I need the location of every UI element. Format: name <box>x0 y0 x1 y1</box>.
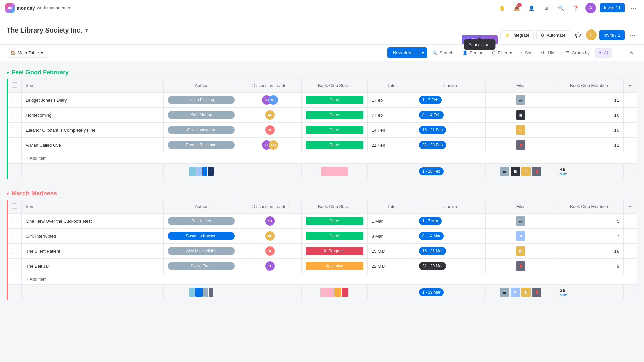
summary-timeline-col-feb: 1 - 28 Feb <box>415 164 485 179</box>
hide-button[interactable]: 👁 Hide <box>538 48 560 58</box>
row-members-cell: 12 <box>556 93 623 108</box>
col-header-add-col-feb[interactable]: + <box>624 79 637 93</box>
notifications-icon[interactable]: 🔔 <box>497 3 507 13</box>
col-header-files-mar: Files <box>486 200 556 214</box>
add-item-label-mar[interactable]: + Add item <box>22 274 637 285</box>
row-1-checkbox-mar[interactable] <box>12 218 17 223</box>
select-all-checkbox-mar[interactable] <box>12 203 17 209</box>
feel-good-february-table: Item Author Discussion Leader Book Club … <box>7 79 637 179</box>
invite-button[interactable]: Invite / 1 <box>600 3 625 12</box>
row-3-checkbox-mar[interactable] <box>12 248 17 253</box>
inbox-icon[interactable]: 📥 6 <box>512 3 522 13</box>
row-discussion-leader-cell: AB <box>239 229 301 244</box>
row-2-checkbox-mar[interactable] <box>12 233 17 238</box>
invite-people-icon[interactable]: 👤 <box>526 3 537 13</box>
row-author-cell: Sylvia Plath <box>163 259 239 274</box>
row-item-name: Bridget Jones's Diary ⊕ <box>22 93 164 108</box>
select-all-checkbox-feb[interactable] <box>12 82 17 88</box>
summary-date-col-feb <box>367 164 415 179</box>
summary-item-col-feb <box>22 164 164 179</box>
row-files-cell: 📕 <box>486 138 556 153</box>
help-icon[interactable]: ❓ <box>571 3 581 13</box>
group-by-button[interactable]: ☰ Group by <box>562 48 593 58</box>
apps-icon[interactable]: ⊞ <box>541 3 552 13</box>
row-date-cell: 22 Mar <box>367 259 415 274</box>
sum-file-3-feb: 🏷 <box>521 167 531 176</box>
row-extra-col <box>624 259 637 274</box>
sum-file-1-feb: 📷 <box>500 167 509 176</box>
row-discussion-leader-cell: SJ MK <box>239 93 301 108</box>
summary-row-mar: 1 - 29 Mar 📷 📃 📝 📕 39 <box>8 285 637 300</box>
invite-board-button[interactable]: Invite / 1 <box>599 30 625 40</box>
row-discussion-leader-cell: RC <box>239 123 301 138</box>
group-by-label: Group by <box>572 50 589 55</box>
sort-button[interactable]: ↕ Sort <box>517 48 536 58</box>
sum-file-4-feb: 📕 <box>532 167 541 176</box>
summary-members-value-feb: 49 <box>560 167 619 172</box>
search-icon: 🔍 <box>432 50 438 55</box>
board-owner-avatar[interactable]: L <box>586 29 597 40</box>
more-toolbar-button[interactable]: ⋯ <box>613 48 625 58</box>
add-item-row-mar[interactable]: + Add item <box>8 274 637 285</box>
row-1-status-mar: Done <box>306 217 363 225</box>
automate-button[interactable]: ⚙ Automate <box>536 30 570 40</box>
row-4-checkbox-feb[interactable] <box>12 142 17 147</box>
new-item-dropdown-icon[interactable]: ▾ <box>418 47 427 58</box>
row-4-checkbox-mar[interactable] <box>12 263 17 268</box>
table-selector[interactable]: 🏠 Main Table ▾ <box>7 48 47 58</box>
group-feel-good-february-header[interactable]: ▾ Feel Good February <box>7 66 637 79</box>
row-members-cell: 16 <box>556 108 623 123</box>
summary-status-col-mar <box>301 285 367 300</box>
group-march-madness-header[interactable]: ▾ March Madness <box>7 187 637 200</box>
row-3-timeline-mar: 15 - 21 Mar <box>419 247 446 255</box>
row-4-status-mar: Upcoming <box>306 262 363 270</box>
svg-point-2 <box>10 7 12 9</box>
col-header-status-feb: Book Club Stat... <box>301 79 367 93</box>
activity-icon[interactable]: 💬 <box>573 29 583 40</box>
row-2-checkbox-feb[interactable] <box>12 112 17 117</box>
user-avatar[interactable]: A <box>585 3 596 13</box>
col-header-timeline-feb: Timeline <box>415 79 485 93</box>
table-selector-chevron-icon: ▾ <box>41 50 43 55</box>
col-header-files-feb: Files <box>486 79 556 93</box>
row-author-cell: Alex Michaelides <box>163 244 239 259</box>
search-nav-icon[interactable]: 🔍 <box>556 3 567 13</box>
row-2-status-mar: Done <box>306 232 363 240</box>
board-header-more-button[interactable]: ⋯ <box>627 30 637 40</box>
row-status-cell: Done <box>301 108 367 123</box>
table-row: A Man Called Ove ⊕ Fredrik Backman TL PQ <box>8 138 637 153</box>
row-members-cell: 9 <box>556 259 623 274</box>
summary-files-col-mar: 📷 📃 📝 📕 <box>486 285 556 300</box>
top-nav-left: monday work management <box>5 3 73 13</box>
user-avatar-icon[interactable]: A <box>585 3 596 13</box>
search-button[interactable]: 🔍 Search <box>429 48 457 58</box>
summary-author-col-mar <box>163 285 239 300</box>
add-item-label-feb[interactable]: + Add item <box>22 153 637 164</box>
row-extra-col <box>624 229 637 244</box>
table-row: Eleanor Oliphant is Completely Fine ⊕ Ga… <box>8 123 637 138</box>
logo-area: monday work management <box>5 3 73 13</box>
collapse-toolbar-button[interactable]: ⇱ <box>626 48 637 58</box>
row-extra-col <box>624 123 637 138</box>
row-1-timeline-mar: 1 - 7 Mar <box>419 217 442 225</box>
more-toolbar-icon: ⋯ <box>617 50 621 55</box>
row-3-checkbox-feb[interactable] <box>12 127 17 132</box>
col-header-discussion-leader-mar: Discussion Leader <box>239 200 301 214</box>
board-title[interactable]: The Library Society Inc. ▾ <box>7 26 88 34</box>
row-1-author-badge-feb: Helen Fielding <box>168 96 235 104</box>
top-nav-more-button[interactable]: ⋯ <box>629 3 639 13</box>
ai-toolbar-icon: ✦ <box>598 50 602 55</box>
new-item-button[interactable]: New item ▾ <box>387 47 427 58</box>
row-timeline-cell: 22 - 28 Feb <box>415 138 485 153</box>
row-timeline-cell: 15 - 21 Feb <box>415 123 485 138</box>
add-item-row-feb[interactable]: + Add item <box>8 153 637 164</box>
integrate-button[interactable]: ⚡ Integrate <box>500 30 534 40</box>
row-3-name-feb: Eleanor Oliphant is Completely Fine <box>26 128 95 133</box>
row-files-cell: 📃 <box>486 229 556 244</box>
ai-toolbar-button[interactable]: ✦ AI <box>595 48 612 58</box>
row-1-checkbox-feb[interactable] <box>12 97 17 102</box>
col-header-add-col-mar[interactable]: + <box>624 200 637 214</box>
row-4-leader-avatar-mar: TL <box>265 261 275 271</box>
row-4-file-thumb-feb: 📕 <box>516 140 525 150</box>
row-item-name: Girl, Interrupted ⊕ <box>22 229 164 244</box>
